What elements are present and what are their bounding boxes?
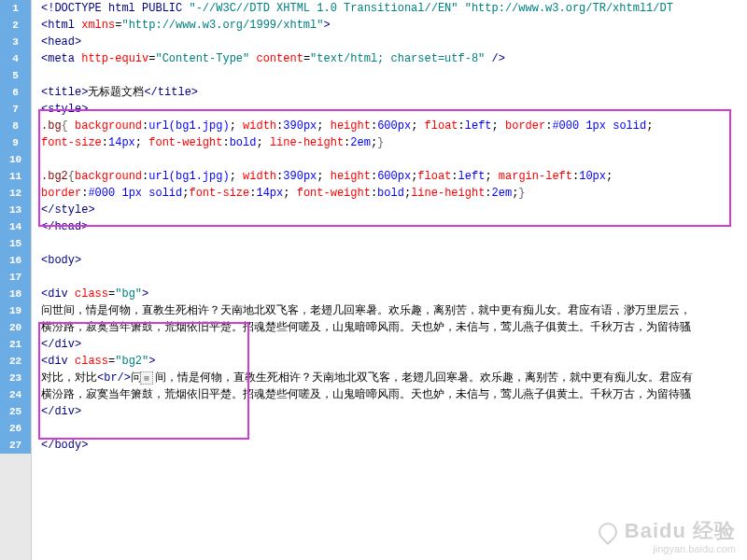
code-line[interactable]: <style> [41, 101, 747, 118]
line-number[interactable]: 8 [0, 118, 31, 134]
code-line[interactable]: <div class="bg2"> [41, 353, 747, 370]
code-line[interactable] [41, 420, 747, 437]
code-line[interactable]: </div> [41, 336, 747, 353]
line-number[interactable]: 6 [0, 84, 31, 101]
code-line[interactable]: <meta http-equiv="Content-Type" content=… [41, 50, 747, 67]
line-number[interactable]: 1 [0, 0, 31, 17]
line-number[interactable]: 27 [0, 437, 31, 454]
line-number[interactable]: 3 [0, 34, 31, 50]
code-line[interactable]: .bg{ background:url(bg1.jpg); width:390p… [41, 118, 747, 134]
line-number-gutter[interactable]: 1234567891011121314151617181920212223242… [0, 0, 32, 560]
line-number[interactable]: 15 [0, 235, 31, 252]
line-number[interactable]: 24 [0, 386, 31, 403]
line-number[interactable]: 25 [0, 403, 31, 420]
line-number[interactable]: 23 [0, 370, 31, 386]
code-line[interactable]: 对比，对比<br/>问 间，情是何物，直教生死相许？天南地北双飞客，老翅几回寒暑… [41, 370, 747, 386]
code-line[interactable] [41, 235, 747, 252]
code-line[interactable]: </style> [41, 202, 747, 218]
line-number[interactable]: 21 [0, 336, 31, 353]
code-line[interactable]: <div class="bg"> [41, 286, 747, 302]
line-number[interactable]: 22 [0, 353, 31, 370]
line-number[interactable]: 16 [0, 252, 31, 269]
line-number[interactable]: 7 [0, 101, 31, 118]
code-line[interactable]: 横汾路，寂寞当年箫鼓，荒烟依旧平楚。招魂楚些何嗟及，山鬼暗啼风雨。天也妒，未信与… [41, 386, 747, 403]
code-text-area[interactable]: <!DOCTYPE html PUBLIC "-//W3C//DTD XHTML… [32, 0, 747, 560]
code-line[interactable]: .bg2{background:url(bg1.jpg); width:390p… [41, 168, 747, 185]
line-number[interactable]: 9 [0, 134, 31, 151]
line-number[interactable]: 2 [0, 17, 31, 34]
code-line[interactable]: <body> [41, 252, 747, 269]
line-number[interactable]: 20 [0, 319, 31, 336]
code-line[interactable] [41, 67, 747, 84]
line-number[interactable]: 14 [0, 218, 31, 235]
code-line[interactable]: border:#000 1px solid;font-size:14px; fo… [41, 185, 747, 202]
line-number[interactable]: 18 [0, 286, 31, 302]
code-line[interactable]: <title>无标题文档</title> [41, 84, 747, 101]
code-line[interactable] [41, 151, 747, 168]
line-number[interactable]: 4 [0, 50, 31, 67]
code-line[interactable]: 横汾路，寂寞当年箫鼓，荒烟依旧平楚。招魂楚些何嗟及，山鬼暗啼风雨。天也妒，未信与… [41, 319, 747, 336]
line-number[interactable]: 5 [0, 67, 31, 84]
code-line[interactable]: font-size:14px; font-weight:bold; line-h… [41, 134, 747, 151]
code-editor: 1234567891011121314151617181920212223242… [0, 0, 747, 560]
code-line[interactable]: </head> [41, 218, 747, 235]
line-number[interactable]: 26 [0, 420, 31, 437]
line-number[interactable]: 10 [0, 151, 31, 168]
code-line[interactable]: </body> [41, 437, 747, 454]
code-line[interactable]: <html xmlns="http://www.w3.org/1999/xhtm… [41, 17, 747, 34]
code-line[interactable]: <!DOCTYPE html PUBLIC "-//W3C//DTD XHTML… [41, 0, 747, 17]
line-number[interactable]: 11 [0, 168, 31, 185]
line-number[interactable]: 13 [0, 202, 31, 218]
code-line[interactable]: <head> [41, 34, 747, 50]
line-number[interactable]: 17 [0, 269, 31, 286]
code-line[interactable] [41, 269, 747, 286]
code-line[interactable]: </div> [41, 403, 747, 420]
line-number[interactable]: 19 [0, 302, 31, 319]
line-number[interactable]: 12 [0, 185, 31, 202]
code-line[interactable]: 问世间，情是何物，直教生死相许？天南地北双飞客，老翅几回寒暑。欢乐趣，离别苦，就… [41, 302, 747, 319]
